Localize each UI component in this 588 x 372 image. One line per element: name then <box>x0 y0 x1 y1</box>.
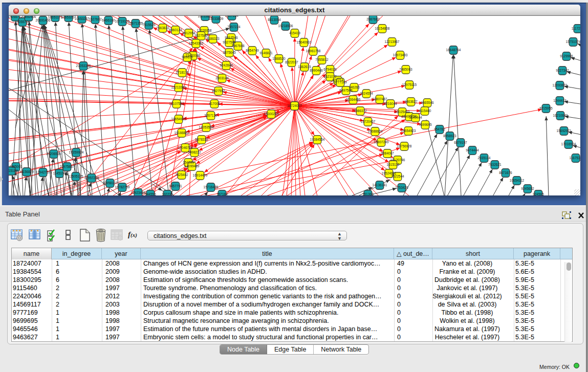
svg-text:12213389: 12213389 <box>171 85 186 89</box>
svg-text:17957225: 17957225 <box>84 176 99 180</box>
svg-text:7625402: 7625402 <box>175 173 188 177</box>
svg-text:19654923: 19654923 <box>401 129 416 133</box>
svg-text:1117253: 1117253 <box>572 27 580 30</box>
svg-text:16914479: 16914479 <box>193 173 208 177</box>
svg-text:15807249: 15807249 <box>374 140 389 144</box>
svg-text:19166822: 19166822 <box>175 131 189 135</box>
svg-text:10688609: 10688609 <box>368 129 383 133</box>
svg-text:16671355: 16671355 <box>128 21 143 25</box>
svg-text:10025433: 10025433 <box>395 110 410 114</box>
svg-text:20364486: 20364486 <box>346 98 361 101</box>
svg-text:151363: 151363 <box>362 192 374 195</box>
svg-text:16782759: 16782759 <box>115 185 130 189</box>
svg-text:9146821: 9146821 <box>259 51 273 55</box>
svg-text:7857224: 7857224 <box>227 25 241 29</box>
svg-text:7632621: 7632621 <box>488 163 502 166</box>
svg-text:15716485: 15716485 <box>204 185 219 189</box>
svg-text:3915184: 3915184 <box>9 169 18 172</box>
svg-text:954782: 954782 <box>434 127 445 131</box>
svg-text:1362615: 1362615 <box>298 65 311 69</box>
svg-text:15720407: 15720407 <box>361 120 376 123</box>
svg-text:12213967: 12213967 <box>385 40 400 43</box>
svg-text:1527602: 1527602 <box>89 17 102 21</box>
svg-text:154099: 154099 <box>183 161 194 164</box>
svg-text:10719135: 10719135 <box>115 19 130 23</box>
svg-text:8912954: 8912954 <box>182 31 195 35</box>
svg-text:10653267: 10653267 <box>61 16 76 19</box>
svg-text:17359924: 17359924 <box>69 150 84 154</box>
svg-text:9457791: 9457791 <box>169 184 182 188</box>
svg-text:14099489: 14099489 <box>185 164 200 168</box>
svg-text:13226058: 13226058 <box>197 29 212 32</box>
svg-text:20206535: 20206535 <box>47 152 61 156</box>
svg-text:944556: 944556 <box>145 192 156 195</box>
svg-text:8990448: 8990448 <box>310 69 323 72</box>
svg-text:10654112: 10654112 <box>510 179 525 182</box>
svg-text:8322037: 8322037 <box>285 60 298 64</box>
svg-text:1588520: 1588520 <box>272 57 286 60</box>
svg-text:19654925: 19654925 <box>171 117 186 121</box>
svg-text:9115460: 9115460 <box>419 109 431 113</box>
svg-text:8958923: 8958923 <box>443 134 456 138</box>
svg-text:7663822: 7663822 <box>156 26 169 30</box>
svg-text:9699695: 9699695 <box>419 123 432 126</box>
svg-text:6794028: 6794028 <box>323 68 337 71</box>
svg-text:12975115: 12975115 <box>402 83 417 86</box>
svg-text:2803144: 2803144 <box>215 76 229 80</box>
svg-text:15692971: 15692971 <box>557 129 572 133</box>
svg-text:157184: 157184 <box>216 192 228 195</box>
svg-text:16651171: 16651171 <box>48 16 63 19</box>
svg-text:1167533: 1167533 <box>570 156 580 160</box>
svg-text:8427552: 8427552 <box>212 89 225 93</box>
svg-text:18724007: 18724007 <box>287 104 302 107</box>
svg-text:132235: 132235 <box>162 192 173 195</box>
svg-text:7515525: 7515525 <box>142 23 156 27</box>
svg-text:8186323: 8186323 <box>206 37 220 40</box>
svg-text:12505135: 12505135 <box>69 174 83 178</box>
svg-text:15300215: 15300215 <box>264 112 279 116</box>
svg-text:17046748: 17046748 <box>178 146 193 149</box>
svg-text:9242848: 9242848 <box>220 63 233 67</box>
svg-text:19218506: 19218506 <box>278 24 293 28</box>
svg-text:6466160: 6466160 <box>102 18 115 22</box>
svg-text:9463627: 9463627 <box>404 100 418 103</box>
svg-text:6879197: 6879197 <box>454 141 467 144</box>
svg-text:9777169: 9777169 <box>334 80 347 84</box>
svg-text:8454749: 8454749 <box>246 49 259 52</box>
svg-text:8813054: 8813054 <box>268 18 281 21</box>
svg-text:12942737: 12942737 <box>36 170 51 174</box>
svg-text:9084067: 9084067 <box>381 151 394 155</box>
svg-text:9327504: 9327504 <box>223 40 236 44</box>
svg-text:10120746: 10120746 <box>390 158 405 162</box>
svg-text:14136141: 14136141 <box>373 183 387 187</box>
svg-text:1244413: 1244413 <box>553 99 567 102</box>
svg-text:7955812: 7955812 <box>315 58 329 61</box>
svg-text:9327505: 9327505 <box>194 34 208 37</box>
svg-text:2718176: 2718176 <box>176 71 189 74</box>
svg-text:9317546: 9317546 <box>225 36 238 39</box>
svg-text:1753426: 1753426 <box>395 186 408 189</box>
svg-text:19384554: 19384554 <box>310 138 325 141</box>
svg-text:17016504: 17016504 <box>561 142 576 146</box>
svg-text:9129966: 9129966 <box>560 54 573 58</box>
svg-text:5878332: 5878332 <box>195 138 208 141</box>
svg-text:21053346: 21053346 <box>76 64 91 68</box>
svg-text:11156829: 11156829 <box>19 170 34 173</box>
svg-text:10958107: 10958107 <box>103 181 118 185</box>
svg-text:16543362: 16543362 <box>189 41 204 45</box>
svg-text:10973493: 10973493 <box>393 53 408 57</box>
svg-text:1615112: 1615112 <box>387 163 400 166</box>
svg-text:2935114: 2935114 <box>478 156 491 160</box>
svg-text:12923446: 12923446 <box>131 191 146 194</box>
svg-text:9245652: 9245652 <box>521 187 534 190</box>
svg-text:7485063: 7485063 <box>399 68 412 71</box>
svg-text:2087682: 2087682 <box>366 17 380 21</box>
svg-text:8215955: 8215955 <box>539 106 553 110</box>
svg-text:14055714: 14055714 <box>15 20 30 24</box>
svg-text:3267130: 3267130 <box>204 114 217 117</box>
svg-text:14353594: 14353594 <box>199 125 214 129</box>
svg-text:16961758: 16961758 <box>306 49 321 53</box>
svg-text:1621072: 1621072 <box>323 75 337 78</box>
svg-text:9474444: 9474444 <box>466 148 479 152</box>
svg-text:7986372: 7986372 <box>354 109 367 113</box>
